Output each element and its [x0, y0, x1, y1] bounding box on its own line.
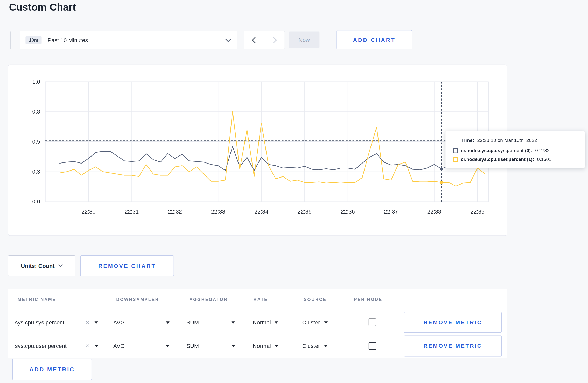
y-tick-label: 0.0 — [32, 198, 40, 205]
table-row: sys.cpu.sys.percent × AVG SUM Normal — [8, 311, 507, 334]
clear-icon[interactable]: × — [86, 319, 89, 326]
aggregator-value: SUM — [186, 343, 199, 349]
aggregator-select[interactable]: SUM — [186, 343, 235, 349]
col-header-downsampler: DOWNSAMPLER — [116, 297, 159, 302]
chevron-left-icon — [252, 37, 258, 43]
y-tick-label: 0.3 — [32, 168, 40, 175]
tooltip-series-row: cr.node.sys.cpu.sys.percent (0): 0.2732 — [453, 148, 577, 153]
source-value: Cluster — [302, 319, 320, 326]
caret-down-icon — [324, 321, 327, 324]
x-tick-label: 22:31 — [125, 208, 139, 215]
source-select[interactable]: Cluster — [302, 319, 328, 326]
x-tick-label: 22:38 — [427, 208, 441, 215]
col-header-rate: RATE — [254, 297, 268, 302]
tooltip-time-label: Time: — [461, 138, 474, 143]
units-dropdown[interactable]: Units: Count — [8, 255, 75, 276]
col-header-metric-name: METRIC NAME — [18, 297, 56, 302]
metric-name-select[interactable]: sys.cpu.sys.percent × — [15, 319, 98, 326]
caret-down-icon — [166, 321, 169, 324]
rate-value: Normal — [253, 319, 271, 326]
table-row: sys.cpu.user.percent × AVG SUM Normal — [8, 334, 507, 358]
tooltip-series-row: cr.node.sys.cpu.user.percent (1): 0.1601 — [453, 157, 577, 162]
rate-select[interactable]: Normal — [253, 319, 278, 326]
toolbar-divider — [11, 32, 11, 49]
clear-icon[interactable]: × — [86, 343, 89, 349]
y-tick-label: 0.5 — [32, 138, 40, 145]
now-button[interactable]: Now — [289, 32, 320, 48]
caret-down-icon — [231, 345, 235, 347]
tooltip-series-name: cr.node.sys.cpu.user.percent (1): — [461, 157, 534, 162]
caret-down-icon — [231, 321, 235, 324]
time-range-label: Past 10 Minutes — [48, 37, 88, 43]
remove-chart-button[interactable]: REMOVE CHART — [80, 255, 174, 276]
next-time-button[interactable] — [264, 31, 285, 49]
y-tick-label: 1.0 — [32, 79, 40, 85]
add-metric-button[interactable]: ADD METRIC — [12, 359, 92, 380]
tooltip-series-name: cr.node.sys.cpu.sys.percent (0): — [461, 148, 532, 153]
x-tick-label: 22:34 — [254, 208, 268, 215]
col-header-per-node: PER NODE — [354, 297, 382, 302]
downsampler-select[interactable]: AVG — [113, 343, 170, 349]
metrics-table: METRIC NAME DOWNSAMPLER AGGREGATOR RATE … — [8, 289, 507, 358]
series-line-0 — [60, 146, 485, 171]
chevron-down-icon — [225, 36, 231, 42]
metric-name-value: sys.cpu.user.percent — [15, 343, 67, 349]
x-tick-label: 22:37 — [384, 208, 398, 215]
chevron-right-icon — [271, 37, 277, 43]
add-chart-button[interactable]: ADD CHART — [336, 30, 412, 49]
metric-name-select[interactable]: sys.cpu.user.percent × — [15, 343, 98, 349]
rate-select[interactable]: Normal — [253, 343, 278, 349]
x-tick-label: 22:35 — [298, 208, 312, 215]
per-node-checkbox[interactable] — [369, 342, 376, 350]
caret-down-icon — [275, 345, 278, 347]
units-label: Units: Count — [21, 263, 54, 269]
y-tick-label: 0.8 — [32, 108, 40, 115]
downsampler-select[interactable]: AVG — [113, 319, 170, 326]
page: Custom Chart 10m Past 10 Minutes Now ADD… — [0, 0, 588, 383]
col-header-aggregator: AGGREGATOR — [189, 297, 228, 302]
time-range-dropdown[interactable]: 10m Past 10 Minutes — [20, 31, 237, 49]
caret-down-icon — [95, 345, 98, 347]
crosshair-dot-0 — [440, 167, 443, 171]
chart-tooltip: Time:22:38:10 on Mar 15th, 2022 cr.node.… — [445, 131, 585, 168]
rate-value: Normal — [253, 343, 271, 349]
aggregator-select[interactable]: SUM — [186, 319, 235, 326]
metric-name-value: sys.cpu.sys.percent — [15, 319, 65, 326]
caret-down-icon — [166, 345, 169, 347]
x-tick-label: 22:32 — [168, 208, 182, 215]
x-tick-label: 22:36 — [341, 208, 355, 215]
chart-panel: 22:3022:3122:3222:3322:3422:3522:3622:37… — [8, 65, 507, 236]
remove-metric-button[interactable]: REMOVE METRIC — [404, 312, 502, 333]
col-header-source: SOURCE — [304, 297, 327, 302]
tooltip-series-value: 0.2732 — [535, 148, 550, 153]
x-tick-label: 22:33 — [211, 208, 225, 215]
aggregator-value: SUM — [186, 319, 199, 326]
tooltip-series-value: 0.1601 — [537, 157, 551, 162]
page-title: Custom Chart — [9, 2, 76, 13]
x-tick-label: 22:30 — [81, 208, 95, 215]
remove-metric-button[interactable]: REMOVE METRIC — [404, 336, 502, 357]
caret-down-icon — [324, 345, 327, 347]
time-range-badge: 10m — [25, 36, 41, 44]
series-swatch-user — [453, 157, 458, 162]
chart-svg[interactable]: 22:3022:3122:3222:3322:3422:3522:3622:37… — [8, 65, 507, 235]
prev-time-button[interactable] — [244, 31, 264, 49]
caret-down-icon — [275, 321, 278, 324]
downsampler-value: AVG — [113, 343, 125, 349]
chevron-down-icon — [58, 262, 63, 267]
per-node-checkbox[interactable] — [369, 318, 376, 326]
tooltip-time: Time:22:38:10 on Mar 15th, 2022 — [453, 138, 577, 143]
series-swatch-sys — [453, 148, 458, 153]
tooltip-time-value: 22:38:10 on Mar 15th, 2022 — [477, 138, 537, 143]
caret-down-icon — [95, 321, 98, 324]
time-nav-group — [244, 31, 285, 49]
series-line-1 — [60, 111, 485, 186]
source-select[interactable]: Cluster — [302, 343, 328, 349]
downsampler-value: AVG — [113, 319, 125, 326]
crosshair-dot-1 — [440, 181, 443, 184]
source-value: Cluster — [302, 343, 320, 349]
x-tick-label: 22:39 — [471, 208, 485, 215]
